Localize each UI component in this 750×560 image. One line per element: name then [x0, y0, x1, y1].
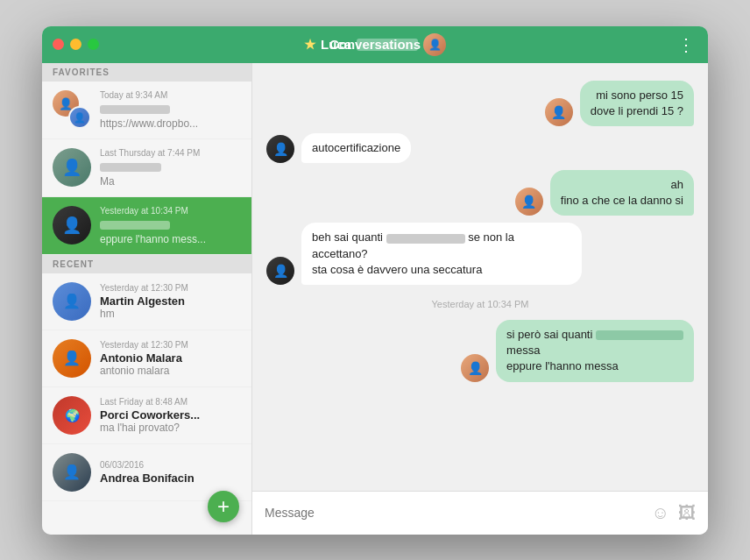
conv-preview: Ma: [100, 175, 241, 188]
chat-area: mi sono perso 15dove li prendi 15 ? 👤 👤 …: [252, 63, 708, 535]
traffic-lights: [53, 39, 99, 50]
name-blur: [100, 163, 161, 172]
sidebar-item-rec2[interactable]: 👤 Yesterday at 12:30 PM Antonio Malara a…: [42, 330, 251, 387]
conv-name: Antonio Malara: [100, 351, 241, 365]
conv-info: Last Friday at 8:48 AM Porci Coworkers..…: [100, 397, 241, 434]
conv-avatar: 🌍 15: [53, 396, 91, 435]
star-icon: ★: [304, 37, 315, 53]
msg-avatar: 👤: [266, 257, 294, 285]
conv-name-blur: [100, 102, 241, 117]
titlebar: Conversations ★ Luca 👤 ⋮: [42, 26, 708, 63]
conv-time: Today at 9:34 AM: [100, 90, 241, 100]
conv-avatar: 👤: [53, 453, 91, 492]
conv-info: Yesterday at 12:30 PM Martin Algesten hm: [100, 283, 241, 320]
blurred-text: [386, 234, 465, 244]
conv-preview: antonio malara: [100, 365, 241, 377]
conv-preview: https://www.dropbo...: [100, 117, 241, 130]
sidebar-item-rec3[interactable]: 🌍 15 Last Friday at 8:48 AM Porci Cowork…: [42, 387, 251, 444]
conv-info: Yesterday at 10:34 PM eppure l'hanno mes…: [100, 206, 241, 245]
fab-container: +: [42, 501, 251, 535]
chat-title: ★ Luca 👤: [304, 33, 446, 56]
msg-avatar: 👤: [545, 98, 573, 126]
message-bubble: beh sai quanti se non la accettano? sta …: [301, 223, 582, 285]
timestamp: Yesterday at 10:34 PM: [266, 299, 694, 309]
message-row: 👤 autocertificazione: [266, 133, 694, 163]
conv-avatar: 👤: [53, 148, 91, 187]
message-bubble: si però sai quanti messa eppure l'hanno …: [496, 320, 694, 382]
name-blur: [100, 221, 170, 230]
conv-avatar: 👤: [53, 282, 91, 321]
message-input[interactable]: [265, 506, 643, 520]
conv-name-blur: [100, 159, 241, 175]
name-blur: [100, 105, 170, 114]
more-options-button[interactable]: ⋮: [677, 34, 696, 55]
conv-info: Yesterday at 12:30 PM Antonio Malara ant…: [100, 340, 241, 377]
sidebar-item-fav1[interactable]: 👤 👤 Today at 9:34 AM https://www.dropbo.…: [42, 82, 251, 139]
main-content: FAVORITES 👤 👤 Today at 9:34 AM https://w…: [42, 63, 708, 535]
msg-avatar: 👤: [266, 135, 294, 163]
conv-preview: ma l'hai provato?: [100, 422, 241, 434]
sidebar-item-fav2[interactable]: 👤 Last Thursday at 7:44 PM Ma: [42, 139, 251, 197]
conv-time: 06/03/2016: [100, 460, 241, 470]
conv-preview: hm: [100, 308, 241, 320]
blurred-text: [596, 330, 683, 340]
message-bubble: autocertificazione: [301, 133, 411, 163]
sidebar-item-fav3[interactable]: 👤 Yesterday at 10:34 PM eppure l'hanno m…: [42, 197, 251, 255]
input-bar: ☺ 🖼: [252, 491, 708, 535]
message-row: ahfino a che ce la danno si 👤: [266, 170, 694, 216]
maximize-button[interactable]: [88, 39, 99, 50]
msg-avatar: 👤: [461, 354, 489, 382]
message-row: 👤 beh sai quanti se non la accettano? st…: [266, 223, 694, 285]
conv-avatar: 👤: [53, 206, 91, 245]
avatar-2: 👤: [68, 106, 91, 129]
emoji-icon[interactable]: ☺: [652, 503, 669, 523]
close-button[interactable]: [53, 39, 64, 50]
conv-info: Today at 9:34 AM https://www.dropbo...: [100, 90, 241, 130]
sidebar: FAVORITES 👤 👤 Today at 9:34 AM https://w…: [42, 63, 252, 535]
conv-time: Last Thursday at 7:44 PM: [100, 148, 241, 158]
main-window: Conversations ★ Luca 👤 ⋮ FAVORITES 👤 👤 T…: [42, 26, 708, 535]
conv-name: Andrea Bonifacin: [100, 471, 241, 485]
conv-info: Last Thursday at 7:44 PM Ma: [100, 148, 241, 188]
messages-container: mi sono perso 15dove li prendi 15 ? 👤 👤 …: [252, 63, 708, 491]
conv-time: Last Friday at 8:48 AM: [100, 397, 241, 407]
msg-avatar: 👤: [515, 188, 543, 216]
conv-time: Yesterday at 10:34 PM: [100, 206, 241, 216]
unread-badge: 15: [89, 422, 91, 435]
message-bubble: mi sono perso 15dove li prendi 15 ?: [580, 81, 694, 126]
message-bubble: ahfino a che ce la danno si: [550, 170, 694, 216]
contact-avatar: 👤: [423, 33, 446, 56]
double-avatar: 👤 👤: [53, 90, 91, 129]
sidebar-item-rec1[interactable]: 👤 Yesterday at 12:30 PM Martin Algesten …: [42, 273, 251, 330]
conv-name: Porci Coworkers...: [100, 408, 241, 422]
conv-info: 06/03/2016 Andrea Bonifacin: [100, 460, 241, 485]
conv-preview: eppure l'hanno mess...: [100, 233, 241, 245]
attachment-icon[interactable]: 🖼: [678, 503, 696, 523]
conv-time: Yesterday at 12:30 PM: [100, 283, 241, 293]
contact-first-name: Luca: [321, 37, 351, 52]
new-conversation-button[interactable]: +: [208, 491, 239, 522]
message-row: mi sono perso 15dove li prendi 15 ? 👤: [266, 81, 694, 126]
conv-avatar: 👤: [53, 339, 91, 378]
recent-header: RECENT: [42, 255, 251, 273]
conv-name: Martin Algesten: [100, 294, 241, 308]
contact-name-blur: [357, 39, 418, 51]
message-row: si però sai quanti messa eppure l'hanno …: [266, 320, 694, 382]
minimize-button[interactable]: [70, 39, 81, 50]
conv-time: Yesterday at 12:30 PM: [100, 340, 241, 350]
conv-name-blur: [100, 217, 241, 233]
favorites-header: FAVORITES: [42, 63, 251, 82]
